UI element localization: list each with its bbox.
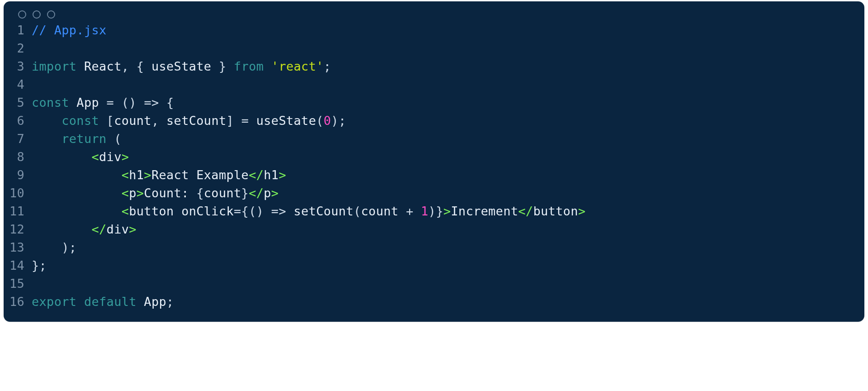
identifier-token: App xyxy=(76,95,99,110)
keyword-token: return xyxy=(61,132,106,146)
tag-close-icon: > xyxy=(578,204,586,218)
punct-token: } xyxy=(436,204,443,218)
code-line: 11 <button onClick={() => setCount(count… xyxy=(8,202,860,220)
tag-open-icon: </ xyxy=(249,186,264,200)
line-number: 1 xyxy=(8,21,32,39)
tag-name-token: div xyxy=(107,222,129,236)
punct-token: = xyxy=(241,114,249,128)
line-number: 15 xyxy=(8,275,32,293)
identifier-token: count xyxy=(204,186,241,200)
operator-token: + xyxy=(406,204,414,218)
punct-token: ( xyxy=(249,204,256,218)
line-number: 16 xyxy=(8,293,32,311)
code-line: 9 <h1>React Example</h1> xyxy=(8,166,860,184)
window-titlebar xyxy=(4,1,864,21)
code-line: 1 // App.jsx xyxy=(8,21,860,39)
line-number: 5 xyxy=(8,94,32,112)
line-number: 12 xyxy=(8,220,32,238)
tag-open-icon: </ xyxy=(249,168,264,182)
punct-token: } xyxy=(32,258,39,272)
punct-token: ; xyxy=(339,114,346,128)
line-number: 8 xyxy=(8,148,32,166)
tag-open-icon: < xyxy=(122,204,129,218)
code-line: 6 const [count, setCount] = useState(0); xyxy=(8,112,860,130)
code-editor-window: 1 // App.jsx 2 3 import React, { useStat… xyxy=(4,1,864,322)
code-line: 15 xyxy=(8,275,860,293)
tag-name-token: div xyxy=(99,150,122,164)
identifier-token: count xyxy=(361,204,399,218)
code-area[interactable]: 1 // App.jsx 2 3 import React, { useStat… xyxy=(4,21,864,311)
line-number: 6 xyxy=(8,112,32,130)
identifier-token: setCount xyxy=(294,204,354,218)
jsx-text-token: Increment xyxy=(451,204,518,218)
code-content: const [count, setCount] = useState(0); xyxy=(32,112,346,130)
punct-token: ( xyxy=(354,204,361,218)
jsx-text-token: React Example xyxy=(151,168,249,182)
identifier-token: useState xyxy=(151,59,211,73)
punct-token: ( xyxy=(316,114,324,128)
tag-name-token: p xyxy=(264,186,271,200)
code-content: <h1>React Example</h1> xyxy=(32,166,286,184)
punct-token: { xyxy=(241,204,249,218)
keyword-token: from xyxy=(234,59,264,73)
code-line: 5 const App = () => { xyxy=(8,94,860,112)
tag-close-icon: > xyxy=(137,186,144,200)
code-content: export default App; xyxy=(32,293,174,311)
code-content: return ( xyxy=(32,130,122,148)
punct-token: ) xyxy=(61,240,69,254)
tag-close-icon: > xyxy=(278,168,286,182)
punct-token: } xyxy=(241,186,249,200)
tag-open-icon: </ xyxy=(518,204,533,218)
tag-name-token: h1 xyxy=(129,168,144,182)
punct-token: ( xyxy=(122,95,129,110)
tag-close-icon: > xyxy=(271,186,279,200)
line-number: 4 xyxy=(8,76,32,94)
code-line: 7 return ( xyxy=(8,130,860,148)
punct-token: { xyxy=(166,95,174,110)
punct-token: } xyxy=(219,59,226,73)
tag-close-icon: > xyxy=(144,168,151,182)
line-number: 2 xyxy=(8,39,32,57)
tag-open-icon: < xyxy=(91,150,99,164)
tag-close-icon: > xyxy=(129,222,137,236)
window-minimize-icon[interactable] xyxy=(33,10,41,19)
punct-token: ) xyxy=(429,204,436,218)
punct-token: , xyxy=(122,59,129,73)
comment-token: // App.jsx xyxy=(32,23,107,37)
punct-token: ; xyxy=(69,240,77,254)
code-content: </div> xyxy=(32,220,137,238)
punct-token: ; xyxy=(39,258,47,272)
punct-token: { xyxy=(137,59,144,73)
punct-token: ( xyxy=(114,132,122,146)
tag-name-token: button xyxy=(129,204,174,218)
code-content: }; xyxy=(32,257,47,275)
identifier-token: setCount xyxy=(166,114,226,128)
punct-token: ; xyxy=(166,295,174,309)
punct-token: ] xyxy=(226,114,234,128)
code-line: 4 xyxy=(8,76,860,94)
tag-open-icon: < xyxy=(122,186,129,200)
code-line: 8 <div> xyxy=(8,148,860,166)
window-close-icon[interactable] xyxy=(18,10,26,19)
punct-token: = xyxy=(107,95,114,110)
line-number: 7 xyxy=(8,130,32,148)
tag-close-icon: > xyxy=(122,150,129,164)
line-number: 14 xyxy=(8,257,32,275)
line-number: 3 xyxy=(8,57,32,76)
identifier-token: count xyxy=(114,114,151,128)
tag-name-token: button xyxy=(533,204,578,218)
code-content: <div> xyxy=(32,148,129,166)
code-content: // App.jsx xyxy=(32,21,107,39)
line-number: 9 xyxy=(8,166,32,184)
jsx-text-token: Count: xyxy=(144,186,196,200)
code-content: <button onClick={() => setCount(count + … xyxy=(32,202,585,220)
code-line: 13 ); xyxy=(8,238,860,257)
punct-token: ) xyxy=(331,114,339,128)
arrow-token: => xyxy=(144,95,159,110)
punct-token: ) xyxy=(129,95,137,110)
line-number: 11 xyxy=(8,202,32,220)
line-number: 10 xyxy=(8,184,32,202)
line-number: 13 xyxy=(8,238,32,257)
number-token: 0 xyxy=(324,114,331,128)
window-maximize-icon[interactable] xyxy=(47,10,55,19)
